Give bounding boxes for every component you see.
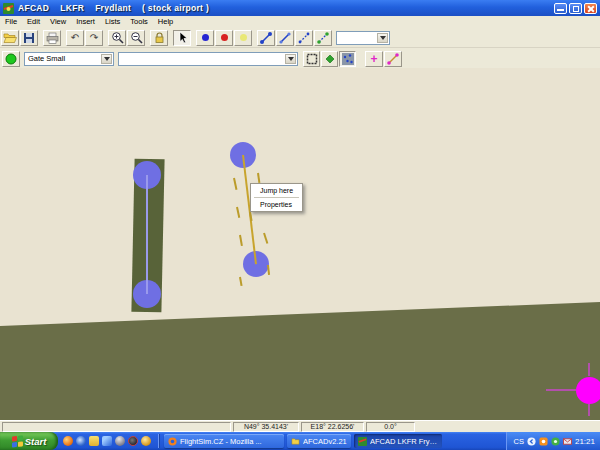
dark-app-icon[interactable] bbox=[128, 436, 138, 446]
zoom-out-button[interactable] bbox=[127, 30, 145, 46]
undo-button[interactable]: ↶ bbox=[66, 30, 84, 46]
chevron-down-icon[interactable] bbox=[377, 33, 388, 43]
chevron-down-icon[interactable] bbox=[101, 54, 112, 64]
redo-button[interactable]: ↷ bbox=[85, 30, 103, 46]
link-draw-button[interactable] bbox=[384, 51, 402, 67]
gate-type-combobox[interactable]: Gate Small bbox=[24, 52, 114, 66]
blue-node-tool-button[interactable] bbox=[196, 30, 214, 46]
context-menu-item-jump-here[interactable]: Jump here bbox=[252, 185, 301, 196]
main-toolbar: ↶ ↷ bbox=[0, 28, 600, 48]
taxi-link-4-icon bbox=[316, 31, 330, 45]
folder-icon bbox=[291, 437, 300, 446]
boundary-tool-button[interactable] bbox=[303, 51, 320, 67]
navaid-spoke-left bbox=[546, 389, 576, 391]
browser-icon[interactable] bbox=[76, 436, 86, 446]
zoom-out-icon bbox=[130, 31, 143, 44]
context-menu-item-properties[interactable]: Properties bbox=[252, 199, 301, 210]
windows-taskbar: Start FlightSim.CZ - Mozilla ... AFCADv2… bbox=[0, 432, 600, 450]
folder-icon[interactable] bbox=[89, 436, 99, 446]
menu-lists[interactable]: Lists bbox=[100, 16, 125, 28]
gate-name-combobox[interactable] bbox=[118, 52, 298, 66]
taskbar-divider bbox=[158, 434, 159, 448]
taxi-link-tool-1-button[interactable] bbox=[257, 30, 275, 46]
taxi-mark bbox=[267, 265, 270, 275]
taxi-link-tool-2-button[interactable] bbox=[276, 30, 294, 46]
navaid-symbol[interactable] bbox=[576, 377, 600, 404]
tray-app-orange-icon[interactable] bbox=[539, 437, 548, 446]
runway-centerline[interactable] bbox=[146, 175, 148, 294]
redo-icon: ↷ bbox=[90, 33, 98, 43]
quick-launch-bar bbox=[58, 436, 156, 446]
gate-type-value: Gate Small bbox=[28, 54, 65, 63]
green-diamond-icon bbox=[325, 54, 335, 64]
taxi-link-2-icon bbox=[278, 31, 292, 45]
title-bar[interactable]: AFCAD LKFR Frydlant ( stock airport ) bbox=[0, 0, 600, 16]
taskbar-button-afcad-folder[interactable]: AFCADv2.21 bbox=[287, 434, 351, 448]
save-button[interactable] bbox=[20, 30, 38, 46]
heading-readout: 0.0° bbox=[366, 422, 415, 432]
start-label: Start bbox=[25, 436, 47, 447]
menu-tools[interactable]: Tools bbox=[125, 16, 153, 28]
gate-toolbar: Gate Small + bbox=[0, 49, 600, 68]
show-points-toggle-button[interactable] bbox=[339, 51, 356, 67]
link-type-combobox[interactable] bbox=[336, 31, 390, 45]
firefox-icon[interactable] bbox=[63, 436, 73, 446]
print-button[interactable] bbox=[43, 30, 61, 46]
chevron-down-icon[interactable] bbox=[285, 54, 296, 64]
gold-app-icon[interactable] bbox=[141, 436, 151, 446]
hide-icons-chevron-icon[interactable] bbox=[527, 437, 536, 446]
afcad-app-icon bbox=[358, 437, 367, 446]
undo-icon: ↶ bbox=[71, 33, 79, 43]
zoom-in-button[interactable] bbox=[108, 30, 126, 46]
menu-file[interactable]: File bbox=[0, 16, 22, 28]
user-app-icon[interactable] bbox=[115, 436, 125, 446]
language-indicator[interactable]: CS bbox=[514, 437, 524, 446]
taxi-mark bbox=[233, 178, 237, 190]
diamond-tool-button[interactable] bbox=[321, 51, 338, 67]
window-title: AFCAD LKFR Frydlant ( stock airport ) bbox=[18, 3, 209, 13]
menu-insert[interactable]: Insert bbox=[71, 16, 100, 28]
firefox-icon bbox=[168, 437, 177, 446]
taxi-mark bbox=[263, 233, 268, 244]
taxi-mark bbox=[257, 173, 260, 183]
taxi-link-tool-3-button[interactable] bbox=[295, 30, 313, 46]
taskbar-button-afcad-window[interactable]: AFCAD LKFR Fryd... bbox=[354, 434, 442, 448]
menu-edit[interactable]: Edit bbox=[22, 16, 45, 28]
show-desktop-icon[interactable] bbox=[102, 436, 112, 446]
lock-button[interactable] bbox=[150, 30, 168, 46]
record-button[interactable] bbox=[2, 51, 20, 67]
navaid-spoke-top bbox=[588, 363, 590, 376]
menu-bar: File Edit View Insert Lists Tools Help bbox=[0, 16, 600, 28]
mail-icon[interactable] bbox=[563, 437, 572, 446]
minimize-button[interactable] bbox=[554, 3, 567, 14]
menu-help[interactable]: Help bbox=[153, 16, 178, 28]
latitude-readout: N49° 35.4143' bbox=[233, 422, 299, 432]
red-node-tool-button[interactable] bbox=[215, 30, 233, 46]
context-menu-separator bbox=[254, 197, 299, 198]
open-button[interactable] bbox=[1, 30, 19, 46]
boundary-rect-icon bbox=[306, 53, 318, 65]
airport-map-canvas[interactable]: Jump here Properties bbox=[0, 68, 600, 420]
menu-view[interactable]: View bbox=[45, 16, 71, 28]
start-button[interactable]: Start bbox=[0, 432, 58, 450]
add-point-button[interactable]: + bbox=[365, 51, 383, 67]
yellow-node-tool-button[interactable] bbox=[234, 30, 252, 46]
yellow-node-icon bbox=[240, 34, 247, 41]
taxi-link-tool-4-button[interactable] bbox=[314, 30, 332, 46]
zoom-in-icon bbox=[111, 31, 124, 44]
taxi-mark bbox=[239, 277, 243, 286]
restore-button[interactable] bbox=[569, 3, 582, 14]
system-tray: CS 21:21 bbox=[506, 432, 600, 450]
taxi-link-1-icon bbox=[259, 31, 273, 45]
lock-icon bbox=[153, 31, 166, 44]
close-button[interactable] bbox=[584, 3, 597, 14]
printer-icon bbox=[46, 32, 59, 44]
select-tool-button[interactable] bbox=[173, 30, 191, 46]
taskbar-button-flightsim[interactable]: FlightSim.CZ - Mozilla ... bbox=[164, 434, 284, 448]
plus-icon: + bbox=[370, 54, 377, 64]
tray-app-green-icon[interactable] bbox=[551, 437, 560, 446]
terrain-polygon bbox=[0, 68, 600, 420]
red-node-icon bbox=[221, 34, 228, 41]
taxi-link-3-icon bbox=[297, 31, 311, 45]
status-bar: N49° 35.4143' E18° 22.6256' 0.0° bbox=[0, 420, 600, 432]
